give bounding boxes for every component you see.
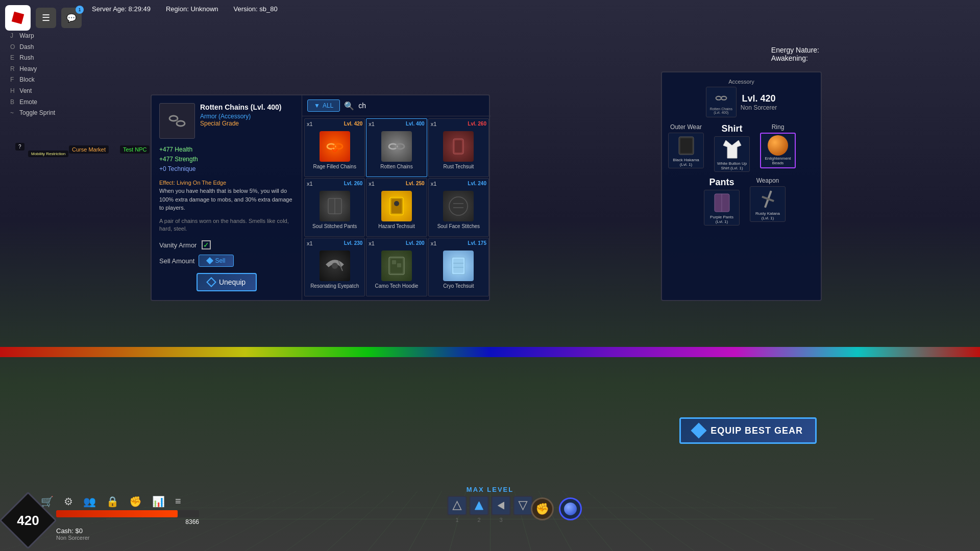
server-region: Region: Unknown [166, 5, 218, 13]
svg-point-15 [449, 197, 468, 215]
equip-panel: Accessory Rotten Chains (Lvl. 400) Lvl. … [661, 71, 822, 301]
keybinds-list: J Warp O Dash E Rush R Heavy F Block H V… [10, 31, 55, 119]
ability-bar: MAX LEVEL 1 2 3 [448, 486, 533, 523]
item-icon-area: Rotten Chains (Lvl. 400) Armor (Accessor… [159, 103, 294, 139]
items-grid: x1 Lvl. 420 Rage Filled Chains [302, 116, 491, 298]
svg-point-29 [721, 96, 726, 100]
equip-best-gear-button[interactable]: EQUIP BEST GEAR [679, 417, 817, 444]
item-cell-rust[interactable]: x1 Lvl. 260 Rust Techsuit [428, 118, 489, 177]
ability-slot-up[interactable] [470, 496, 489, 515]
skill-orb-button[interactable] [559, 497, 582, 520]
shop-icon[interactable]: 🛒 [41, 495, 54, 508]
weapon-label: Weapon [750, 177, 786, 184]
outer-wear-label: Outer Wear [668, 123, 704, 131]
vanity-label: Vanity Armor [159, 241, 197, 249]
health-value: 8366 [56, 518, 199, 525]
vanity-checkbox[interactable] [202, 240, 211, 249]
ability-slot-run[interactable] [492, 496, 511, 515]
settings-icon[interactable]: ⚙ [64, 495, 73, 508]
ability-slot-back[interactable] [448, 496, 467, 515]
svg-rect-0 [12, 12, 24, 24]
item-cell-cryo[interactable]: x1 Lvl. 175 Cryo Techsuit [428, 238, 489, 296]
ring-slot[interactable]: Enlightenment Beads [760, 133, 796, 168]
player-level: 420 [17, 514, 39, 527]
pants-slot[interactable]: Purple Pants (Lvl. 1) [704, 190, 740, 226]
item-desc: A pair of chains worn on the hands. Smel… [159, 217, 294, 233]
item-type: Armor (Accessory) [200, 113, 281, 120]
item-cell-camo[interactable]: x1 Lvl. 200 Camo Tech Hoodie [366, 238, 427, 296]
server-info: Server Age: 8:29:49 Region: Unknown Vers… [92, 5, 278, 13]
item-cell-hazard[interactable]: x1 Lvl. 250 Hazard Techsuit [366, 178, 427, 237]
sell-row: Sell Amount Sell [159, 255, 294, 267]
server-age: Server Age: 8:29:49 [92, 5, 151, 13]
svg-marker-39 [519, 502, 527, 510]
lock-icon[interactable]: 🔒 [106, 495, 119, 508]
outer-wear-slot[interactable]: Black Hakama (Lvl. 1) [668, 133, 704, 168]
unequip-button[interactable]: Unequip [197, 273, 257, 291]
svg-rect-31 [680, 138, 692, 153]
world-label-curse: Curse Market [69, 145, 109, 154]
roblox-logo [5, 5, 31, 31]
svg-marker-36 [453, 502, 461, 510]
skill-hotbar: ✊ [531, 497, 582, 520]
search-icon: 🔍 [344, 101, 354, 111]
item-grade: Special Grade [200, 120, 281, 127]
item-effect: Effect: Living On The Edge When you have… [159, 179, 294, 212]
svg-marker-38 [498, 502, 504, 509]
server-version: Version: sb_80 [234, 5, 278, 13]
weapon-slot[interactable]: Rusty Katana (Lvl. 1) [750, 186, 786, 222]
chat-button[interactable]: 💬 1 [61, 8, 82, 28]
accessory-label: Accessory [706, 79, 777, 85]
health-bar-area: 8366 [56, 510, 199, 525]
ability-slot-forward[interactable] [513, 496, 533, 515]
world-label-mobility: Mobility Restriction [28, 151, 68, 157]
item-name: Rotten Chains (Lvl. 400) [200, 103, 281, 111]
item-cell-rage[interactable]: x1 Lvl. 420 Rage Filled Chains [304, 118, 365, 177]
svg-rect-25 [453, 259, 463, 273]
item-cell-soul-face[interactable]: x1 Lvl. 240 Soul Face Stitches [428, 178, 489, 237]
svg-rect-23 [397, 263, 401, 267]
equip-level: Lvl. 420 [741, 93, 777, 104]
svg-point-18 [332, 263, 338, 269]
combat-icon[interactable]: ✊ [129, 495, 142, 508]
svg-point-28 [716, 96, 721, 100]
ring-label: Ring [760, 123, 796, 131]
slot-numbers: 1 2 3 [448, 517, 533, 523]
item-cell-rotten[interactable]: x1 Lvl. 400 Rotten Chains [366, 118, 427, 177]
world-label-test-npc: Test NPC [120, 145, 150, 154]
pants-label: Pants [704, 177, 740, 188]
cash-display: Cash: $0 [56, 527, 89, 535]
bottom-toolbar: 🛒 ⚙ 👥 🔒 ✊ 📊 ≡ [41, 495, 181, 508]
sell-button[interactable]: Sell [199, 255, 234, 267]
cash-info: Cash: $0 Non Sorcerer [56, 527, 89, 541]
svg-point-14 [394, 201, 399, 206]
skill-punch-button[interactable]: ✊ [531, 497, 554, 520]
shirt-slot[interactable]: White Button Up Shirt (Lvl. 1) [714, 136, 750, 172]
item-stats: +477 Health +477 Strength +0 Technique [159, 145, 294, 174]
item-detail-panel: Rotten Chains (Lvl. 400) Armor (Accessor… [152, 95, 302, 300]
menu-button[interactable]: ☰ [36, 8, 56, 28]
party-icon[interactable]: 👥 [83, 495, 96, 508]
grid-panel: ▼ ALL 🔍 ch x1 Lvl. 420 [302, 95, 491, 300]
search-bar: ▼ ALL 🔍 ch [302, 95, 491, 116]
rainbow-strip [0, 347, 980, 357]
inventory-panel: Rotten Chains (Lvl. 400) Armor (Accessor… [151, 94, 490, 301]
shirt-label: Shirt [714, 123, 750, 134]
svg-rect-9 [455, 140, 462, 153]
energy-panel: Energy Nature: Awakening: [771, 46, 819, 62]
world-label-1: ? [15, 143, 24, 151]
sell-label: Sell Amount [159, 257, 194, 265]
search-input-display[interactable]: ch [358, 102, 486, 110]
health-bar-fill [56, 510, 178, 517]
item-cell-eyepatch[interactable]: x1 Lvl. 230 Resonating Eyepatch [304, 238, 365, 296]
accessory-slot[interactable]: Rotten Chains (Lvl. 400) [706, 87, 737, 117]
item-cell-soul-pants[interactable]: x1 Lvl. 260 Soul Stitched Pants [304, 178, 365, 237]
menu-icon[interactable]: ≡ [175, 495, 181, 508]
item-name-area: Rotten Chains (Lvl. 400) Armor (Accessor… [200, 103, 281, 127]
stats-icon[interactable]: 📊 [152, 495, 165, 508]
svg-marker-37 [475, 502, 483, 510]
player-class: Non Sorcerer [56, 535, 89, 541]
diamond-icon [691, 422, 707, 438]
filter-button[interactable]: ▼ ALL [307, 99, 340, 112]
vanity-row: Vanity Armor [159, 240, 294, 249]
